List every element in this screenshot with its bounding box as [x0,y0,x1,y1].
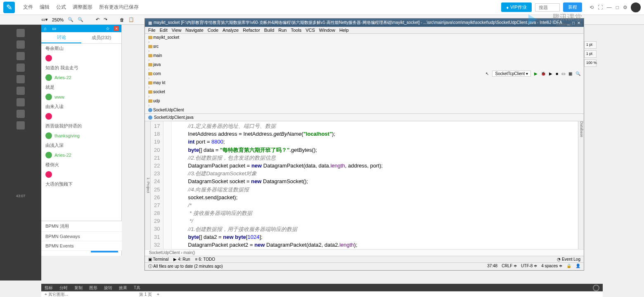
ide-menu-vcs[interactable]: VCS [305,28,315,33]
ide-menu-run[interactable]: Run [278,28,286,33]
ide-left-tool-strip[interactable]: 1: Project [145,121,151,249]
encoding[interactable]: UTF-8 ≑ [521,264,537,269]
strip-icon-5[interactable] [17,75,25,83]
ide-menu-analyze[interactable]: Analyze [223,28,239,33]
ide-title-bar[interactable]: ▦ mayikt_socket [F:\内部教育\专情教育第六期数据库学\v60… [145,19,584,27]
nav-back-icon[interactable]: ↖ [485,71,489,76]
strip-icon-6[interactable] [17,87,25,95]
strip-icon-8[interactable] [17,110,25,118]
indent[interactable]: 4 spaces ≑ [541,264,562,269]
ide-menu-code[interactable]: Code [208,28,218,33]
event-log-tab[interactable]: ◔ Event Log [557,257,580,262]
zoom-level[interactable]: 250% [52,17,64,22]
add-shape-button[interactable]: + 其它图形... [45,292,68,297]
add-page-button[interactable]: + [157,292,159,297]
code-editor[interactable]: 1718192021222324252627282930313233343536… [151,121,578,249]
ide-maximize-icon[interactable]: □ [572,21,575,25]
line-ending[interactable]: CRLF ≑ [502,264,517,269]
chat-message[interactable] [41,111,121,121]
prop-2[interactable]: 1 pt [584,50,597,58]
taskbar-item[interactable]: 复制 [74,285,83,291]
copy-icon[interactable]: 📋 [128,17,134,22]
breadcrumb-item[interactable]: java [148,62,184,67]
ide-menu-navigate[interactable]: Navigate [185,28,203,33]
breadcrumb-item[interactable]: main [148,53,184,58]
ide-menu-view[interactable]: View [172,28,182,33]
ide-menu-edit[interactable]: Edit [160,28,168,33]
bpmn-item-1[interactable]: BPMN 消用 [41,221,122,232]
breadcrumb-item[interactable]: may kt [148,80,184,85]
prop-1[interactable]: 1 pt [584,41,597,49]
bpmn-item-2[interactable]: BPMN Gateways [41,232,122,241]
sync-icon[interactable]: ⟲ [590,5,594,10]
ide-menu-refactor[interactable]: Refactor [243,28,260,33]
search-everywhere-icon[interactable]: 🔍 [575,71,580,76]
code-line[interactable]: DatagramSocket socket = new DatagramSock… [176,177,574,185]
code-line[interactable]: byte[] data = "每特教育第六期开班了吗？".getBytes(); [176,146,574,154]
ide-menu-build[interactable]: Build [264,28,274,33]
breadcrumb-item[interactable]: com [148,71,184,76]
run-tab[interactable]: ▶ 4: Run [173,257,190,262]
terminal-tab[interactable]: ▣ Terminal [148,257,168,262]
power-icon[interactable] [593,285,599,291]
code-line[interactable]: int port = 8800; [176,138,574,146]
menu-edit[interactable]: 编辑 [40,4,50,11]
coverage-icon[interactable]: ▶ [549,71,552,76]
zoom-in-icon[interactable]: 🔍 [78,17,83,22]
cursor-position[interactable]: 37:48 [487,264,497,269]
chat-message[interactable]: thanksgiving [41,131,121,141]
code-line[interactable]: //3.创建DatagramSocket对象 [176,170,574,177]
code-line[interactable]: InetAddress address = InetAddress.getByN… [176,130,574,138]
strip-icon-3[interactable] [17,52,25,60]
taskbar-item[interactable]: T具 [134,285,140,291]
chat-message[interactable]: Aries-22 [41,73,121,82]
redo-icon[interactable]: ↷ [104,17,107,22]
menu-formula[interactable]: 公式 [56,4,66,11]
taskbar-item[interactable]: 指标 [45,285,53,291]
chat-message[interactable] [41,170,121,179]
strip-icon-4[interactable] [17,64,25,72]
taskbar-item[interactable]: 分时 [59,285,68,291]
home-icon[interactable]: ⌂ [44,26,49,31]
install-button[interactable]: 装程 [563,2,582,12]
taskbar-item[interactable]: 图形 [89,285,97,291]
layout-icon[interactable]: ▦ [568,71,572,76]
user-avatar[interactable] [631,2,641,12]
dropdown-icon[interactable]: ▭▾ [41,17,48,22]
ide-close-icon[interactable]: ✕ [577,21,580,25]
chat-message[interactable]: www [41,92,121,102]
debug-icon[interactable]: 🐞 [541,71,546,76]
ide-menu-tools[interactable]: Tools [291,28,301,33]
delete-icon[interactable]: 🗑 [120,17,124,22]
close-icon[interactable]: × [114,26,119,31]
search-input[interactable] [535,3,560,12]
breadcrumb-item[interactable]: socket [148,90,184,94]
code-line[interactable]: //1.创建数据报，用于接收服务器端响应的数据 [176,225,574,233]
chat-message[interactable] [41,53,121,63]
prop-3[interactable]: 100 % [584,59,597,67]
menu-file[interactable]: 文件 [23,4,33,11]
star-icon[interactable]: ☆ [106,26,111,31]
code-line[interactable]: /* [176,201,574,209]
menu-adjust[interactable]: 调整图形 [73,4,92,11]
code-line[interactable]: //2.创建数据报，包含发送的数据信息 [176,154,574,162]
tab-discussion[interactable]: 讨论 [41,32,81,43]
strip-icon-2[interactable] [17,40,25,49]
strip-icon-7[interactable] [17,98,25,106]
chat-message[interactable]: Aries-22 [41,150,121,160]
hector-icon[interactable]: 👤 [575,264,580,269]
run-icon[interactable]: ▶ [534,71,537,76]
folder-icon[interactable]: ▭ [52,26,57,31]
minimize-icon[interactable]: — [607,5,612,10]
code-line[interactable]: DatagramPacket packet2 = new DatagramPac… [176,241,574,249]
app-logo-icon[interactable]: ✎ [3,2,15,13]
maximize-icon[interactable]: □ [616,5,619,10]
page-indicator[interactable]: 第 1 页 [139,292,152,297]
undo-icon[interactable]: ↶ [96,17,99,22]
ide-breadcrumb-bottom[interactable]: SocketUdpClient › main() [145,249,584,256]
settings-icon[interactable]: ⚙ [623,5,627,10]
ide-menu-window[interactable]: Window [319,28,335,33]
ide-right-tool-strip[interactable]: Database [578,121,584,249]
taskbar-item[interactable]: 效果 [119,285,127,291]
vip-button[interactable]: ♦ VIP作业 [501,2,531,12]
